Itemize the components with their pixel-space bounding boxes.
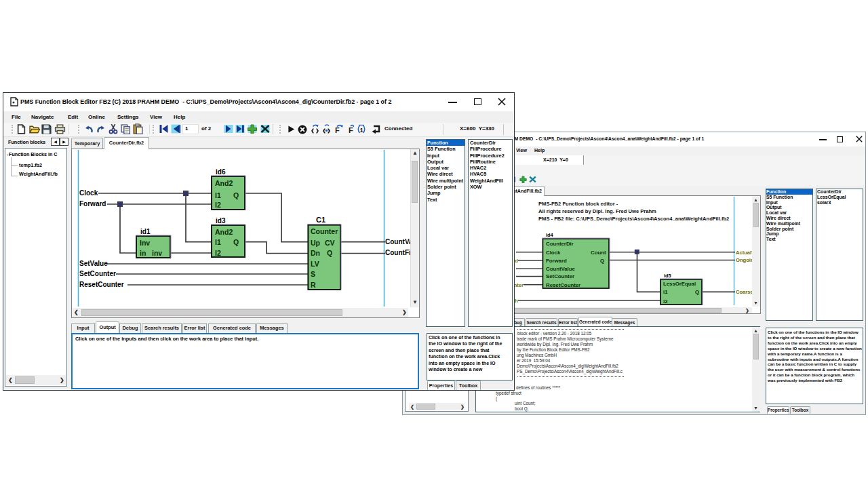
- svg-text:id4: id4: [546, 232, 554, 238]
- svg-text:1: 1: [360, 126, 364, 134]
- svg-text:CountFinished: CountFinished: [385, 249, 410, 256]
- svg-text:ResetCounter: ResetCounter: [79, 281, 124, 288]
- svg-text:Q: Q: [327, 249, 332, 257]
- svg-text:Up: Up: [311, 239, 320, 247]
- svg-text:SetCounter: SetCounter: [546, 273, 574, 279]
- svg-text:Q: Q: [233, 191, 239, 199]
- svg-text:SetCounter: SetCounter: [79, 270, 116, 277]
- svg-text:And2: And2: [215, 179, 233, 187]
- svg-text:CoarseFlow: CoarseFlow: [736, 289, 752, 295]
- svg-text:ResetCounter: ResetCounter: [546, 282, 580, 288]
- svg-text:Clock: Clock: [546, 250, 561, 256]
- svg-text:CountValue: CountValue: [546, 266, 576, 272]
- svg-text:id6: id6: [216, 168, 226, 176]
- svg-text:Counter: Counter: [311, 227, 338, 235]
- svg-text:ActualValue: ActualValue: [736, 250, 752, 256]
- svg-text:And2: And2: [215, 228, 233, 236]
- svg-text:inv: inv: [152, 249, 162, 257]
- svg-text:i1: i1: [663, 289, 668, 295]
- svg-text:OngoingCount: OngoingCount: [736, 257, 752, 263]
- svg-text:S: S: [311, 270, 315, 278]
- svg-text:CountValue: CountValue: [385, 238, 410, 246]
- svg-text:Forward: Forward: [79, 200, 106, 208]
- svg-text:All rights reserved by Dipl. I: All rights reserved by Dipl. Ing. Fred U…: [538, 208, 656, 214]
- svg-text:id1: id1: [140, 228, 151, 235]
- svg-text:I1: I1: [215, 238, 221, 246]
- svg-text:PMS - FB2 file: C:\UPS_Demo\Pr: PMS - FB2 file: C:\UPS_Demo\Projects\Asc…: [538, 216, 729, 222]
- svg-text:F: F: [349, 126, 353, 134]
- svg-text:Inv: Inv: [140, 239, 150, 247]
- svg-text:i2: i2: [663, 298, 668, 305]
- svg-text:id5: id5: [664, 273, 671, 279]
- svg-text:Clock: Clock: [79, 189, 98, 197]
- svg-text:F: F: [335, 126, 340, 134]
- svg-text:LessOrEqual: LessOrEqual: [663, 281, 696, 287]
- svg-text:R: R: [311, 281, 316, 289]
- svg-text:Count: Count: [591, 250, 606, 256]
- svg-text:Q: Q: [233, 238, 239, 246]
- svg-text:Q: Q: [695, 289, 699, 295]
- svg-text:LV: LV: [311, 260, 319, 268]
- svg-text:id3: id3: [216, 217, 226, 224]
- svg-text:I1: I1: [215, 191, 221, 199]
- svg-text:I2: I2: [215, 201, 221, 209]
- svg-text:Forward: Forward: [546, 258, 567, 264]
- svg-text:SetValue: SetValue: [79, 260, 108, 267]
- svg-text:PMS-FB2 Function block editor: PMS-FB2 Function block editor -: [538, 201, 618, 207]
- svg-text:I2: I2: [215, 249, 221, 257]
- svg-text:in: in: [140, 249, 146, 257]
- svg-text:C1: C1: [316, 216, 326, 224]
- svg-text:Dn: Dn: [311, 249, 320, 257]
- svg-text:Q: Q: [600, 258, 604, 264]
- svg-text:CV: CV: [325, 239, 335, 247]
- svg-text:CounterDir: CounterDir: [546, 241, 574, 247]
